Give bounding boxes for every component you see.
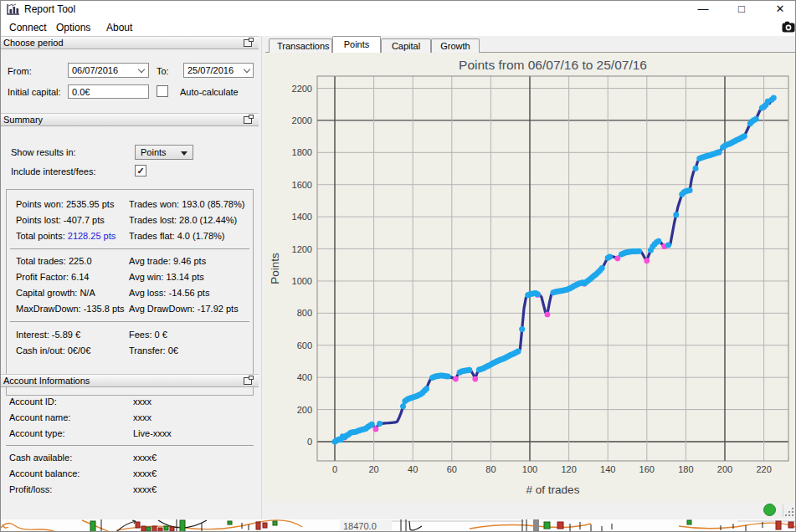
summary-stats-box: Points won: 2535.95 pts Trades won: 193.…: [6, 189, 254, 396]
account-name-label: Account name:: [9, 412, 70, 422]
profit-loss-value: xxxx€: [133, 484, 157, 494]
svg-text:1600: 1600: [292, 180, 312, 190]
menu-about[interactable]: About: [103, 20, 136, 35]
window-title: Report Tool: [24, 3, 75, 15]
menu-options[interactable]: Options: [53, 20, 94, 35]
svg-text:60: 60: [447, 464, 457, 474]
chevron-down-icon[interactable]: [244, 66, 250, 73]
tab-transactions[interactable]: Transactions: [269, 38, 332, 53]
auto-calculate-checkbox[interactable]: [157, 85, 168, 97]
initial-capital-input[interactable]: 0.0€: [68, 84, 149, 99]
auto-calculate-label: Auto-calculate: [180, 87, 239, 97]
tab-points[interactable]: Points: [332, 36, 381, 53]
points-chart-panel: 0200400600800100012001400160018002000220…: [265, 53, 796, 503]
title-bar: Report Tool — □ ✕: [1, 1, 796, 18]
divider: [10, 321, 249, 322]
svg-text:# of trades: # of trades: [526, 483, 580, 496]
maximize-button[interactable]: □: [734, 3, 749, 16]
float-panel-icon[interactable]: [244, 39, 252, 47]
background-candlestick-window: 18470.0: [1, 519, 796, 532]
account-balance-label: Account balance:: [9, 468, 80, 478]
account-id-value: xxxx: [133, 396, 151, 407]
svg-text:0: 0: [332, 464, 337, 474]
svg-text:0: 0: [307, 437, 312, 447]
svg-text:100: 100: [522, 464, 537, 474]
svg-text:160: 160: [639, 464, 655, 474]
svg-text:1800: 1800: [292, 147, 312, 157]
svg-text:800: 800: [297, 308, 312, 318]
svg-text:400: 400: [297, 372, 312, 382]
summary-header: Summary: [1, 113, 259, 126]
tab-bar: Transactions Points Capital Growth: [265, 36, 796, 53]
svg-text:80: 80: [485, 464, 496, 474]
app-icon: [7, 3, 20, 15]
menu-bar: Connect Options About: [1, 18, 796, 36]
show-results-dropdown[interactable]: Points: [135, 145, 193, 160]
svg-text:1000: 1000: [292, 276, 312, 286]
chevron-down-icon[interactable]: [138, 66, 145, 73]
menu-connect[interactable]: Connect: [6, 20, 50, 35]
divider: [6, 445, 254, 446]
initial-capital-value: 0.0€: [72, 87, 90, 97]
account-info-header: Account Informations: [1, 374, 259, 387]
points-equity-chart: 0200400600800100012001400160018002000220…: [265, 53, 796, 503]
show-results-label: Show results in:: [11, 147, 76, 157]
dropdown-arrow-icon: [181, 151, 187, 156]
svg-text:180: 180: [678, 464, 693, 474]
svg-text:40: 40: [408, 464, 418, 474]
svg-text:Points from 06/07/16 to 25/07/: Points from 06/07/16 to 25/07/16: [459, 58, 647, 72]
float-panel-icon[interactable]: [244, 116, 252, 124]
to-date-value: 25/07/2016: [187, 65, 234, 75]
pane-separator[interactable]: [261, 36, 262, 519]
account-name-value: xxxx: [133, 412, 151, 422]
status-bar: [262, 503, 796, 519]
svg-text:220: 220: [756, 464, 771, 474]
account-balance-value: xxxx€: [133, 468, 157, 478]
account-type-label: Account type:: [9, 428, 65, 438]
price-label: 18470.0: [343, 521, 377, 531]
account-info-title: Account Informations: [3, 376, 90, 386]
include-interest-checkbox[interactable]: ✓: [135, 165, 146, 176]
account-id-label: Account ID:: [9, 396, 57, 407]
svg-text:2200: 2200: [292, 84, 312, 94]
svg-text:600: 600: [297, 340, 312, 350]
svg-text:120: 120: [561, 464, 576, 474]
show-results-value: Points: [141, 147, 167, 157]
svg-text:20: 20: [368, 464, 378, 474]
to-label: To:: [157, 66, 169, 76]
tab-growth[interactable]: Growth: [431, 38, 480, 53]
from-label: From:: [8, 66, 32, 76]
total-points-value: 2128.25 pts: [68, 231, 116, 241]
choose-period-title: Choose period: [3, 38, 64, 48]
cash-available-value: xxxx€: [133, 453, 157, 463]
include-interest-label: Include interest/fees:: [11, 166, 96, 176]
camera-icon[interactable]: [782, 21, 795, 33]
account-type-value: Live-xxxx: [133, 428, 172, 438]
connection-status-icon: [763, 504, 776, 516]
float-panel-icon[interactable]: [244, 377, 252, 385]
svg-text:1400: 1400: [292, 212, 312, 222]
svg-text:200: 200: [717, 464, 732, 474]
from-date-combobox[interactable]: 06/07/2016: [68, 63, 149, 78]
close-button[interactable]: ✕: [773, 3, 788, 16]
summary-title: Summary: [3, 115, 43, 125]
divider: [10, 248, 249, 249]
to-date-combobox[interactable]: 25/07/2016: [183, 63, 254, 78]
svg-text:Points: Points: [269, 253, 281, 284]
left-pane: Choose period From: 06/07/2016 To: 25/07…: [1, 36, 259, 519]
total-points-label: Total points:: [16, 231, 65, 241]
initial-capital-label: Initial capital:: [8, 87, 61, 97]
choose-period-header: Choose period: [1, 36, 259, 49]
svg-text:140: 140: [600, 464, 615, 474]
minimize-button[interactable]: —: [696, 3, 711, 16]
tab-capital[interactable]: Capital: [381, 38, 431, 53]
profit-loss-label: Profit/loss:: [9, 484, 52, 494]
svg-text:1200: 1200: [292, 244, 312, 254]
statusbar-separator: [783, 504, 783, 517]
svg-text:200: 200: [297, 405, 312, 415]
svg-text:2000: 2000: [292, 115, 312, 125]
from-date-value: 06/07/2016: [72, 65, 118, 75]
cash-available-label: Cash available:: [9, 453, 72, 463]
